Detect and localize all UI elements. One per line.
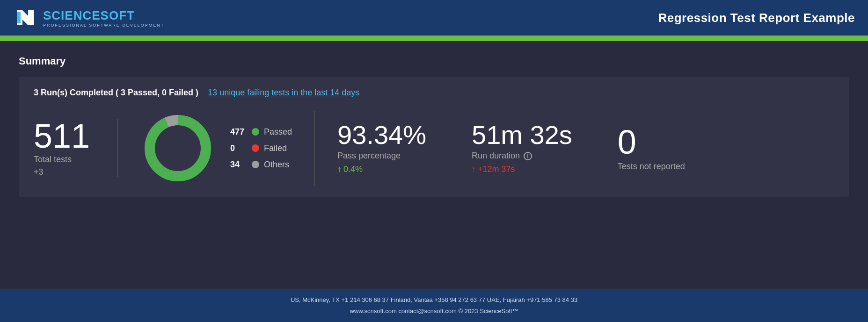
duration-delta-value: +12m 37s	[478, 165, 515, 174]
arrow-up-icon: ↑	[337, 165, 342, 174]
total-tests-number: 511	[34, 119, 90, 153]
not-reported-number: 0	[618, 125, 708, 159]
failed-count: 0	[230, 143, 247, 153]
not-reported-label: Tests not reported	[618, 162, 708, 172]
stats-row: 511 Total tests +3	[34, 111, 834, 186]
header: ScienceSoft Professional Software Develo…	[0, 0, 868, 37]
donut-chart	[140, 111, 215, 186]
pass-pct-number: 93.34%	[337, 122, 426, 148]
arrow-up-red-icon: ↑	[472, 165, 476, 174]
section-title: Summary	[19, 55, 849, 67]
page-title: Regression Test Report Example	[658, 11, 855, 25]
svg-rect-1	[17, 12, 21, 23]
legend-others: 34 Others	[230, 160, 292, 170]
pass-pct-delta: ↑ 0.4%	[337, 165, 426, 174]
footer-line1: US, McKinney, TX +1 214 306 68 37 Finlan…	[13, 294, 855, 305]
main-content: Summary 3 Run(s) Completed ( 3 Passed, 0…	[0, 41, 868, 289]
passed-count: 477	[230, 127, 247, 137]
green-accent-bar	[0, 37, 868, 41]
summary-card: 3 Run(s) Completed ( 3 Passed, 0 Failed …	[19, 77, 849, 197]
passed-label: Passed	[264, 127, 292, 137]
donut-svg	[140, 111, 215, 186]
duration-label: Run duration i	[472, 151, 572, 161]
duration-delta: ↑ +12m 37s	[472, 165, 572, 174]
footer-line2: www.scnsoft.com contact@scnsoft.com © 20…	[13, 306, 855, 316]
logo-icon	[13, 6, 37, 30]
not-reported-stat: 0 Tests not reported	[595, 125, 708, 172]
others-dot	[252, 161, 259, 168]
unique-failing-link[interactable]: 13 unique failing tests in the last 14 d…	[208, 88, 359, 97]
passed-dot	[252, 128, 259, 136]
pass-percentage-stat: 93.34% Pass percentage ↑ 0.4%	[315, 122, 449, 174]
logo-name: ScienceSoft	[43, 8, 164, 23]
legend: 477 Passed 0 Failed 34 Others	[230, 127, 292, 170]
logo-text-block: ScienceSoft Professional Software Develo…	[43, 8, 164, 28]
run-duration-stat: 51m 32s Run duration i ↑ +12m 37s	[449, 122, 595, 174]
logo-s: S	[43, 8, 51, 22]
info-icon: i	[524, 152, 532, 160]
legend-passed: 477 Passed	[230, 127, 292, 137]
pass-pct-label: Pass percentage	[337, 151, 426, 161]
failed-label: Failed	[264, 143, 287, 153]
logo-area: ScienceSoft Professional Software Develo…	[13, 6, 164, 30]
runs-completed-text: 3 Run(s) Completed ( 3 Passed, 0 Failed …	[34, 88, 198, 97]
svg-point-5	[157, 128, 198, 169]
total-tests-delta: +3	[34, 167, 44, 177]
pass-pct-delta-value: 0.4%	[343, 165, 363, 174]
runs-info: 3 Run(s) Completed ( 3 Passed, 0 Failed …	[34, 88, 834, 98]
duration-label-text: Run duration	[472, 151, 520, 161]
legend-failed: 0 Failed	[230, 143, 292, 153]
footer: US, McKinney, TX +1 214 306 68 37 Finlan…	[0, 289, 868, 322]
donut-section: 477 Passed 0 Failed 34 Others	[118, 111, 315, 186]
failed-dot	[252, 144, 259, 152]
total-tests-stat: 511 Total tests +3	[34, 119, 118, 177]
logo-subtitle: Professional Software Development	[43, 23, 164, 28]
others-count: 34	[230, 160, 247, 170]
duration-number: 51m 32s	[472, 122, 572, 148]
others-label: Others	[264, 160, 289, 170]
total-tests-label: Total tests	[34, 155, 72, 165]
